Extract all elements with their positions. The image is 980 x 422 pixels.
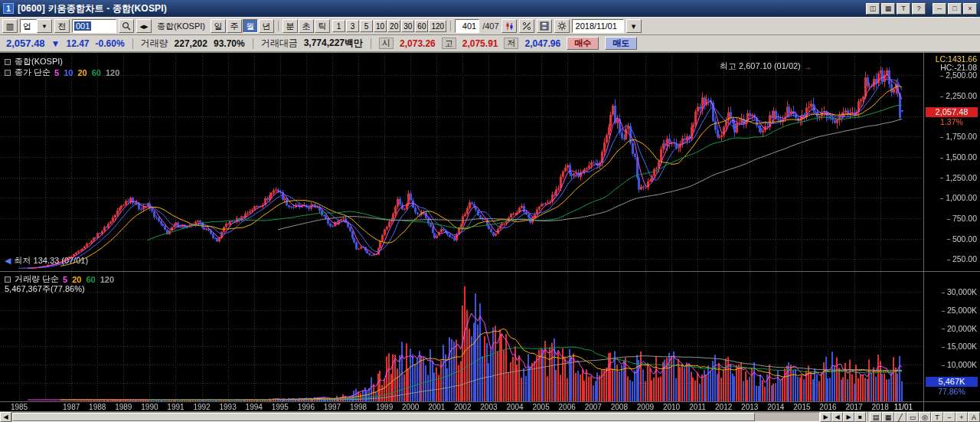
separator [867,412,868,422]
pager-button[interactable]: ▶ [843,412,854,422]
chart-tool-button[interactable]: ╱ [894,412,906,422]
x-axis-year-label: 2017 [842,403,867,411]
zoom-out-button[interactable]: − [943,412,956,422]
stock-type-button[interactable]: ▥ [2,19,18,33]
scrollbar-track[interactable] [11,412,820,422]
titlebar-icon[interactable]: ? [912,3,926,15]
stock-code-input[interactable]: 001 [72,19,116,33]
interval-button[interactable]: 5 [360,20,373,32]
sector-combo[interactable]: 업 ▼ [20,19,52,33]
x-axis-year-label: 2000 [398,403,423,411]
minute-buttons: 분초틱 [283,19,330,33]
candle-icon [505,21,514,31]
high-chip: 고 [442,38,456,49]
titlebar-icon[interactable]: ▦ [881,3,895,15]
price-tick-label: 1,500.00 [940,152,977,162]
price-ma-period-20: 20 [77,68,87,77]
x-axis-year-label: 1992 [190,403,214,411]
period-button-월[interactable]: 월 [243,19,258,33]
minute-button[interactable]: 초 [299,19,314,33]
quote-bar: 2,057.48 ▼ 12.47 -0.60% 거래량 227,202 93.7… [0,35,980,52]
scroll-right-button[interactable]: ▶ [820,412,831,422]
chart-canvas[interactable] [0,53,923,412]
period-button-년[interactable]: 년 [259,19,274,33]
scrollbar-thumb[interactable] [12,413,755,421]
chart-tool-button[interactable]: T [931,412,943,422]
symbol-legend: 종합(KOSPI) [5,56,63,67]
date-input[interactable]: 2018/11/01 [572,19,624,33]
scroll-left-button[interactable]: ◀ [0,412,11,422]
pane-divider[interactable] [0,271,980,272]
application-window: { "window": { "badge": "1", "title": "[0… [0,0,980,422]
x-axis-year-label: 2009 [633,403,658,411]
highest-annotation: 최고 2,607.10 (01/02) → [720,61,812,72]
pager-button[interactable]: ◀ [831,412,843,422]
x-axis-year-label: 2008 [607,403,632,411]
volume-tick-label: 30,000K [942,287,977,296]
price-ma-period-120: 120 [106,68,119,77]
prev-stock-button[interactable]: 전 [54,19,70,33]
down-arrow-icon: ▼ [51,38,60,49]
interval-button[interactable]: 20 [387,20,400,32]
auto-scale-button[interactable]: A [968,412,980,422]
chart-tool-button[interactable]: ▤ [870,412,882,422]
minimize-icon[interactable]: ─ [933,3,946,15]
period-button-주[interactable]: 주 [227,19,242,33]
y-axis: LC:1431.66 HC:-21.08 2,057.48 1.37% 5,46… [923,53,979,412]
x-axis-year-label: 1985 [7,403,31,411]
period-button-일[interactable]: 일 [211,19,226,33]
bottom-scrollbar: ◀ ▶ ◀▶■ ▤▦╱▭◎T − + A [0,411,980,422]
buy-button[interactable]: 매수 [567,37,599,50]
arrow-right-icon: → [804,62,812,71]
zoom-in-button[interactable]: + [956,412,968,422]
current-volume-pct: 77.86% [926,387,978,396]
price-ma-label: 종가 단순 [15,67,51,78]
collapse-icon[interactable] [5,276,11,283]
sell-button[interactable]: 매도 [605,37,637,50]
titlebar-icon[interactable]: T [897,3,910,15]
volume-ma-period-5: 5 [63,275,67,284]
price-ma-periods: 5102060120 [54,68,119,77]
calendar-dropdown-button[interactable]: ▾ [626,19,642,33]
search-button[interactable] [119,19,134,33]
volume-ma-period-120: 120 [100,275,114,284]
candle-style-button[interactable] [501,19,517,33]
recent-stocks-button[interactable]: ◂▸ [136,19,152,33]
x-axis-year-label: 2013 [737,403,762,411]
titlebar-icon[interactable]: ◫ [866,3,880,15]
percent-icon [522,21,531,31]
x-axis-year-label: 1987 [59,403,83,411]
save-button[interactable] [537,19,552,33]
x-axis-year-label: 1994 [242,403,266,411]
x-axis-year-label: 2015 [789,403,814,411]
chart-tool-button[interactable]: ◎ [919,412,931,422]
trade-value: 3,774,227백만 [304,37,363,50]
chevron-down-icon[interactable]: ▼ [37,19,52,33]
gear-icon [557,21,567,31]
price-tick-label: 250.00 [947,254,977,263]
high-value: 2,075.91 [462,38,498,49]
minute-button[interactable]: 분 [283,19,298,33]
chart-tool-button[interactable]: ▭ [906,412,919,422]
interval-button[interactable]: 30 [401,20,414,32]
interval-button[interactable]: 120 [429,20,446,32]
collapse-icon[interactable] [5,70,11,76]
open-chip: 시 [379,38,394,49]
current-price: 2,057.48 [6,38,45,49]
minute-button[interactable]: 틱 [315,19,330,33]
chart-tool-button[interactable]: ▦ [882,412,894,422]
volume-value: 227,202 [175,38,207,49]
maximize-icon[interactable]: □ [948,3,962,15]
percent-scale-button[interactable] [519,19,534,33]
pager-button[interactable]: ■ [854,412,866,422]
interval-button[interactable]: 60 [415,20,428,32]
collapse-icon[interactable] [5,59,11,65]
interval-button[interactable]: 3 [346,20,359,32]
interval-button[interactable]: 1 [332,20,345,32]
settings-button[interactable] [554,19,570,33]
close-icon[interactable]: × [963,3,977,15]
candle-position-input[interactable]: 401 [455,19,479,33]
x-axis-year-label: 2005 [529,403,554,411]
symbol-legend-label: 종합(KOSPI) [15,56,63,67]
interval-button[interactable]: 10 [374,20,387,32]
